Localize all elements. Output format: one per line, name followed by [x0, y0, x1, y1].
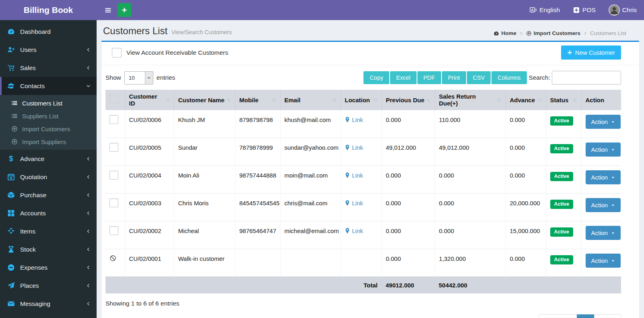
location-link[interactable]: Link	[345, 227, 363, 234]
columns-button[interactable]: Columns	[491, 71, 526, 84]
pagination-next-button[interactable]: Next	[594, 314, 621, 318]
copy-button[interactable]: Copy	[363, 71, 389, 84]
location-link[interactable]: Link	[345, 200, 363, 206]
sidebar-item-items[interactable]: Items	[0, 222, 97, 240]
new-customer-button[interactable]: New Customer	[561, 45, 621, 60]
print-button[interactable]: Print	[442, 71, 466, 84]
calendar-plus-icon	[7, 173, 15, 181]
sidebar-item-customers-list[interactable]: Customers List	[0, 97, 97, 109]
row-checkbox[interactable]	[109, 171, 118, 180]
breadcrumb-item-home[interactable]: Home	[493, 30, 516, 36]
page-length-select[interactable]: 10	[124, 71, 153, 85]
sidebar-item-users[interactable]: Users	[0, 41, 97, 59]
sort-icon: ↑↓	[165, 97, 170, 103]
csv-button[interactable]: CSV	[467, 71, 491, 84]
pos-button[interactable]: POS	[573, 6, 596, 14]
row-checkbox[interactable]	[109, 115, 118, 124]
sidebar-item-label: Purchase	[20, 192, 46, 199]
sidebar-item-contacts[interactable]: Contacts	[0, 77, 97, 95]
new-customer-label: New Customer	[575, 49, 615, 56]
action-button[interactable]: Action	[586, 115, 621, 129]
column-label: Email	[285, 97, 301, 103]
action-button-label: Action	[591, 257, 608, 264]
cell-previous-due: 0.000	[382, 194, 435, 221]
pagination-page-1-button[interactable]: 1	[577, 314, 594, 318]
sidebar-item-expenses[interactable]: Expenses	[0, 258, 97, 277]
row-checkbox[interactable]	[109, 143, 118, 152]
cell-select	[105, 110, 125, 138]
sidebar-item-advance[interactable]: $Advance	[0, 150, 97, 168]
sidebar-item-purchase[interactable]: Purchase	[0, 186, 97, 204]
column-label: Customer ID	[129, 93, 164, 107]
column-header-customer-id[interactable]: Customer ID↑↓	[125, 90, 174, 110]
user-menu[interactable]: Chris	[609, 4, 637, 16]
total-mobile	[235, 277, 280, 293]
card-top: View Account Receivable Customers New Cu…	[101, 42, 639, 65]
excel-button[interactable]: Excel	[390, 71, 416, 84]
total-customer-id	[125, 277, 174, 293]
action-button[interactable]: Action	[586, 226, 621, 240]
sidebar-item-dashboard[interactable]: Dashboard	[0, 23, 97, 41]
location-link[interactable]: Link	[345, 144, 363, 151]
card-body: Show 10 entries CopyExcelPDFPrintCSVColu…	[101, 65, 639, 318]
column-header-customer-name[interactable]: Customer Name↑↓	[174, 90, 235, 110]
page-length-value: 10	[125, 72, 145, 84]
language-menu[interactable]: A English	[530, 6, 560, 14]
column-header-sales-return-due[interactable]: Sales Return Due(+)↑↓	[435, 90, 506, 110]
cell-customer-id: CU/02/0004	[125, 166, 174, 194]
sidebar-item-import-customers[interactable]: Import Customers	[0, 122, 97, 135]
cell-email: chris@mail.com	[280, 194, 341, 221]
quick-add-button[interactable]	[118, 3, 131, 17]
action-button[interactable]: Action	[586, 254, 621, 268]
dashboard-icon	[7, 28, 15, 35]
action-button[interactable]: Action	[586, 198, 621, 212]
sidebar-item-places[interactable]: Places	[0, 277, 97, 295]
row-checkbox[interactable]	[109, 226, 118, 235]
cell-email: khush@mail.com	[280, 110, 341, 138]
column-header-mobile[interactable]: Mobile↑↓	[235, 90, 280, 110]
total-label: Total	[341, 277, 382, 293]
row-checkbox[interactable]	[109, 198, 118, 207]
page-title: Customers List	[103, 25, 167, 37]
title-wrap: Customers List View/Search Customers	[103, 25, 232, 37]
column-header-status[interactable]: Status↑↓	[546, 90, 581, 110]
sidebar-item-stock[interactable]: Stock	[0, 240, 97, 258]
sidebar-item-import-suppliers[interactable]: Import Suppliers	[0, 135, 97, 148]
location-link[interactable]: Link	[345, 116, 363, 123]
sidebar-item-quotation[interactable]: Quotation	[0, 168, 97, 186]
location-link[interactable]: Link	[345, 172, 363, 179]
column-header-email[interactable]: Email↑↓	[280, 90, 341, 110]
import-icon	[11, 126, 18, 132]
sidebar-item-accounts[interactable]: Accounts	[0, 204, 97, 222]
sidebar-subitem-label: Suppliers List	[22, 113, 58, 120]
breadcrumb-item-import-customers[interactable]: Import Customers	[526, 30, 580, 36]
pdf-button[interactable]: PDF	[417, 71, 441, 84]
cell-action: Action	[581, 221, 621, 249]
app-logo[interactable]: Billing Book	[0, 0, 97, 20]
chevron-left-icon	[86, 247, 91, 252]
column-header-location[interactable]: Location↑↓	[341, 90, 382, 110]
sidebar-item-suppliers-list[interactable]: Suppliers List	[0, 109, 97, 122]
view-receivable-checkbox[interactable]	[112, 48, 122, 58]
action-button[interactable]: Action	[586, 170, 621, 184]
status-badge: Active	[550, 144, 574, 153]
cell-status: Active	[546, 194, 581, 221]
ban-icon	[109, 255, 116, 262]
column-header-advance[interactable]: Advance↑↓	[506, 90, 546, 110]
cell-status: Active	[546, 249, 581, 277]
chevron-left-icon	[86, 193, 91, 197]
sidebar-subitem-label: Import Customers	[22, 126, 70, 132]
action-button[interactable]: Action	[586, 142, 621, 157]
total-action	[581, 277, 621, 293]
pagination-previous-button[interactable]: Previous	[539, 314, 577, 318]
sidebar-toggle-button[interactable]	[101, 3, 114, 17]
search-input[interactable]	[552, 71, 621, 85]
select-all-checkbox[interactable]	[109, 95, 118, 104]
minus-circle-icon	[7, 264, 15, 271]
sort-icon: ↑↓	[537, 97, 542, 103]
column-header-previous-due[interactable]: Previous Due↑↓	[382, 90, 435, 110]
sidebar-item-sales[interactable]: Sales	[0, 59, 97, 77]
chevron-left-icon	[86, 66, 91, 70]
sidebar-item-messaging[interactable]: Messaging	[0, 295, 97, 313]
svg-text:$: $	[9, 155, 13, 163]
